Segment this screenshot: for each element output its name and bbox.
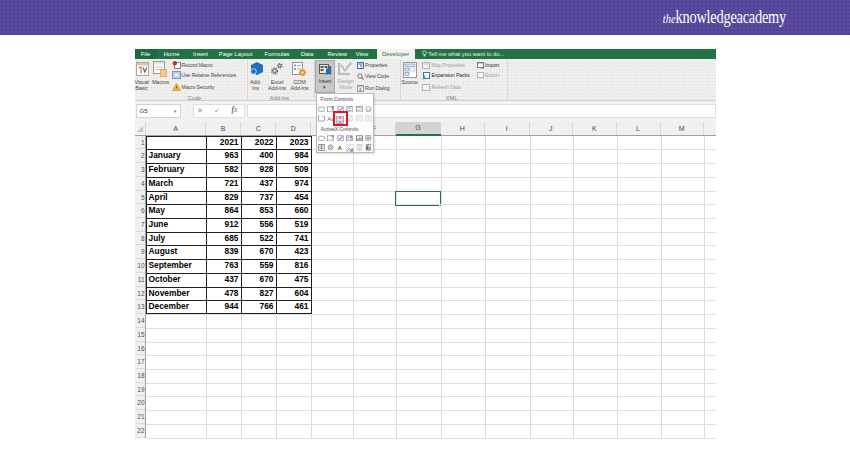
svg-text:abl: abl [357, 136, 362, 140]
